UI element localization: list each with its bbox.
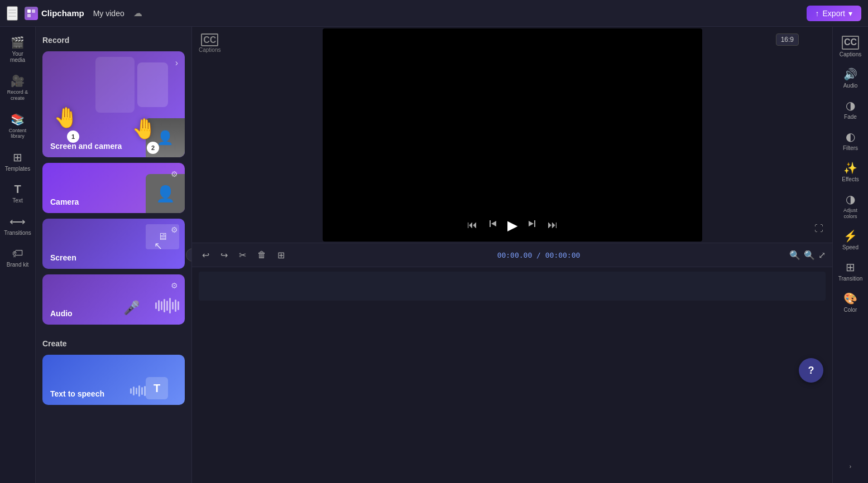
video-title[interactable]: My video (93, 9, 124, 18)
trim-start-button[interactable] (486, 216, 501, 234)
skip-to-end-button[interactable]: ⏭ (545, 217, 560, 233)
video-canvas (323, 28, 702, 241)
right-sidebar-item-adjust-colors[interactable]: ◑ Adjust colors (835, 188, 866, 224)
screen-label: Screen (50, 253, 76, 262)
camera-settings-icon: ⚙ (171, 170, 178, 178)
right-sidebar-item-transition[interactable]: ⊞ Transition (835, 256, 866, 286)
svg-rect-1 (32, 9, 35, 13)
text-to-speech-label: Text to speech (50, 389, 104, 398)
filters-label: Filters (843, 145, 858, 151)
right-collapse-icon: › (850, 463, 851, 470)
tablet-shape (95, 57, 135, 113)
color-icon: 🎨 (843, 292, 857, 305)
sidebar-item-transitions[interactable]: ⟷ Transitions (2, 210, 33, 240)
captions-right-label: Captions (840, 51, 861, 57)
adjust-colors-label: Adjust colors (837, 207, 864, 220)
transition-icon: ⊞ (846, 260, 855, 274)
sidebar-item-label: Record & create (4, 89, 31, 102)
sidebar-item-label: Your media (4, 51, 31, 63)
panel-collapse-button[interactable]: ‹ (186, 248, 192, 262)
cut-button[interactable]: ✂ (236, 248, 250, 263)
zoom-out-button[interactable]: 🔍 (789, 250, 800, 260)
cursor-hand-2: 🤚 (132, 117, 157, 141)
captions-overlay-button[interactable]: CC Captions (199, 33, 220, 53)
right-sidebar-item-filters[interactable]: ◐ Filters (835, 125, 866, 156)
undo-button[interactable]: ↩ (199, 248, 213, 263)
right-sidebar-item-speed[interactable]: ⚡ Speed (835, 225, 866, 255)
video-preview-area: CC Captions 16:9 ⏮ ▶ (192, 27, 832, 243)
create-section: Create T Text to speech (42, 339, 185, 405)
sidebar-item-templates[interactable]: ⊞ Templates (2, 146, 33, 176)
audio-label: Audio (50, 309, 73, 318)
right-sidebar-item-fade[interactable]: ◑ Fade (835, 94, 866, 124)
cursor-badge-2: 2 (147, 142, 159, 154)
audio-record-card[interactable]: 🎤 ⚙ Audio (42, 274, 185, 325)
timeline-area[interactable] (192, 267, 832, 483)
menu-button[interactable]: ☰ (7, 6, 18, 21)
right-sidebar-item-captions[interactable]: CC Captions (835, 31, 866, 62)
svg-rect-0 (27, 9, 31, 13)
sidebar-item-label: Transitions (4, 230, 31, 236)
phone-shape (137, 62, 168, 107)
zoom-fit-button[interactable]: ⤢ (818, 250, 826, 260)
export-icon: ↑ (816, 9, 819, 18)
export-button[interactable]: ↑ Export ▾ (807, 6, 861, 21)
svg-marker-4 (491, 221, 496, 226)
timeline-track (199, 272, 826, 301)
timeline-time-display: 00:00.00 / 00:00:00 (497, 251, 581, 259)
audio-wave-visual (155, 298, 179, 313)
skip-to-start-button[interactable]: ⏮ (465, 217, 479, 233)
mic-icon: 🎤 (123, 300, 140, 316)
right-sidebar-item-effects[interactable]: ✨ Effects (835, 157, 866, 187)
zoom-controls: 🔍 🔍 ⤢ (789, 250, 826, 260)
color-label: Color (844, 307, 857, 313)
zoom-in-button[interactable]: 🔍 (804, 250, 815, 260)
cursor-hand-1: 🤚 (54, 106, 79, 129)
transition-label: Transition (838, 276, 863, 282)
camera-card[interactable]: 👤 ⚙ Camera (42, 163, 185, 213)
svg-rect-2 (27, 14, 31, 17)
audio-settings-icon: ⚙ (171, 281, 178, 290)
tts-t-icon: T (146, 377, 168, 399)
sidebar-item-text[interactable]: T Text (2, 178, 33, 208)
filters-icon: ◐ (846, 130, 855, 143)
svg-rect-6 (534, 220, 535, 227)
sidebar-item-your-media[interactable]: 🎬 Your media (2, 31, 33, 67)
left-panel: Record 👤 › 🤚 1 🤚 2 Screen and camera (36, 27, 192, 483)
sidebar-item-brand-kit[interactable]: 🏷 Brand kit (2, 243, 33, 272)
screen-cursor-icon: ↖ (154, 240, 162, 252)
camera-label: Camera (50, 197, 79, 206)
right-sidebar: CC Captions 🔊 Audio ◑ Fade ◐ Filters ✨ E… (832, 27, 868, 483)
fullscreen-button[interactable]: ⛶ (814, 224, 823, 234)
right-sidebar-item-audio[interactable]: 🔊 Audio (835, 63, 866, 93)
right-sidebar-collapse-button[interactable]: › (835, 459, 866, 474)
aspect-ratio-display[interactable]: 16:9 (776, 33, 799, 46)
timeline-controls-bar: ↩ ↪ ✂ 🗑 ⊞ 00:00.00 / 00:00:00 🔍 🔍 ⤢ (192, 243, 832, 267)
speed-icon: ⚡ (843, 229, 857, 243)
fade-icon: ◑ (846, 99, 855, 112)
help-button[interactable]: ? (799, 358, 823, 383)
audio-right-label: Audio (843, 83, 858, 89)
captions-label: Captions (199, 47, 220, 53)
more-tools-button[interactable]: ⊞ (274, 248, 288, 263)
redo-button[interactable]: ↪ (217, 248, 231, 263)
your-media-icon: 🎬 (11, 36, 25, 49)
tts-wave-visual (130, 385, 146, 397)
sidebar-item-record-create[interactable]: 🎥 Record & create (2, 70, 33, 106)
main-layout: 🎬 Your media 🎥 Record & create 📚 Content… (0, 27, 868, 483)
sidebar: 🎬 Your media 🎥 Record & create 📚 Content… (0, 27, 36, 483)
text-to-speech-card[interactable]: T Text to speech (42, 355, 185, 405)
effects-icon: ✨ (843, 161, 857, 175)
screen-settings-icon: ⚙ (171, 225, 178, 234)
delete-button[interactable]: 🗑 (254, 248, 270, 262)
trim-end-button[interactable] (524, 216, 539, 234)
screen-and-camera-card[interactable]: 👤 › 🤚 1 🤚 2 Screen and camera (42, 51, 185, 157)
play-button[interactable]: ▶ (507, 218, 517, 233)
sidebar-item-label: Brand kit (7, 262, 28, 268)
cloud-save-icon: ☁ (133, 8, 142, 18)
captions-cc-icon: CC (201, 33, 218, 46)
screen-card[interactable]: 🖥 ↖ ⚙ Screen (42, 219, 185, 269)
sidebar-item-content-library[interactable]: 📚 Content library (2, 108, 33, 144)
right-sidebar-item-color[interactable]: 🎨 Color (835, 287, 866, 317)
effects-label: Effects (842, 176, 859, 182)
